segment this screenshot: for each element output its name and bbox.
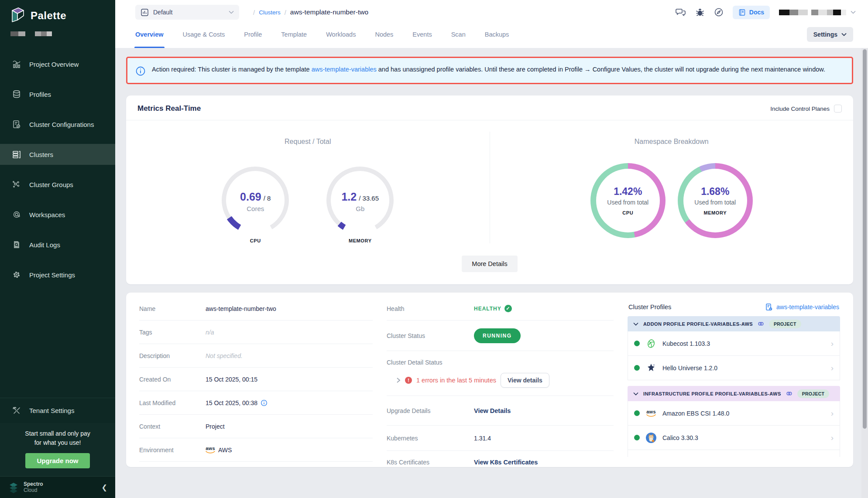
sidebar-item-audit-logs[interactable]: Audit Logs (0, 234, 115, 255)
sidebar-item-label: Tenant Settings (29, 407, 74, 414)
health-row: Health HEALTHY ✓ (387, 297, 614, 321)
spectro-cloud-wordmark: Spectro Cloud (24, 481, 43, 493)
tab-backups[interactable]: Backups (485, 21, 509, 48)
expand-chevron-icon[interactable] (396, 377, 401, 383)
cluster-profiles-title: Cluster Profiles (628, 304, 671, 310)
database-icon (11, 89, 22, 99)
sidebar-item-tenant-settings[interactable]: Tenant Settings (0, 398, 115, 423)
health-status: HEALTHY ✓ (474, 305, 614, 312)
breadcrumb-clusters-link[interactable]: Clusters (259, 9, 281, 16)
sidebar-item-label: Cluster Groups (29, 181, 73, 188)
detail-row-name: Name aws-template-number-two (139, 297, 373, 321)
sidebar-item-label: Workspaces (29, 211, 65, 218)
include-control-planes-checkbox[interactable] (834, 105, 842, 113)
tab-template[interactable]: Template (281, 21, 307, 48)
sidebar-item-workspaces[interactable]: Workspaces (0, 204, 115, 225)
compass-tour-icon[interactable] (714, 7, 724, 17)
infrastructure-profile-group: INFRASTRUCTURE PROFILE PROFILE-VARIABLES… (628, 386, 840, 457)
link-icon (758, 321, 764, 327)
tab-overview[interactable]: Overview (135, 21, 164, 48)
sidebar-item-cluster-configurations[interactable]: Cluster Configurations (0, 114, 115, 135)
tab-profile[interactable]: Profile (244, 21, 262, 48)
sidebar-item-clusters[interactable]: Clusters (0, 144, 115, 165)
alert-text: Action required: This cluster is managed… (152, 65, 825, 75)
profile-item-amazon-ebs-csi[interactable]: aws Amazon EBS CSI 1.48.0 › (628, 401, 840, 426)
memory-unit: Gb (356, 205, 364, 212)
orbit-icon (11, 209, 22, 220)
kubernetes-row: Kubernetes 1.31.4 (387, 426, 614, 451)
page-content: Action required: This cluster is managed… (115, 48, 868, 498)
alert-template-link[interactable]: aws-template-variables (312, 66, 377, 73)
profile-item-calico[interactable]: Calico 3.30.3 › (628, 426, 840, 450)
chevron-right-icon: › (831, 409, 834, 418)
project-selector-dropdown[interactable]: Default (135, 5, 239, 20)
cpu-gauge: 0.69 / 8 Cores CPU (209, 163, 301, 243)
memory-request-value: 1.2 (341, 191, 357, 203)
detail-row-created-on: Created On 15 Oct 2025, 00:15 (139, 368, 373, 391)
upgrade-now-button[interactable]: Upgrade now (25, 453, 89, 468)
tab-nodes[interactable]: Nodes (375, 21, 393, 48)
status-dot-icon (634, 341, 640, 346)
addon-profile-group-header[interactable]: ADDON PROFILE PROFILE-VARIABLES-AWS PROJ… (628, 316, 840, 331)
profile-item-kubecost[interactable]: Kubecost 1.103.3 › (628, 331, 840, 356)
scrollbar-thumb[interactable] (863, 49, 867, 429)
status-dot-icon (634, 410, 640, 416)
aws-icon: aws (206, 446, 215, 454)
cpu-request-value: 0.69 (240, 191, 261, 203)
profile-item-hello-universe[interactable]: Hello Universe 1.2.0 › (628, 356, 840, 380)
tools-icon (11, 406, 22, 416)
tab-scan[interactable]: Scan (451, 21, 466, 48)
main-area: Default / Clusters / aws-template-number… (115, 0, 868, 498)
running-status-badge: RUNNING (474, 328, 521, 343)
feedback-chat-icon[interactable] (676, 7, 686, 17)
infrastructure-profile-group-header[interactable]: INFRASTRUCTURE PROFILE PROFILE-VARIABLES… (628, 386, 840, 401)
chevron-down-icon (841, 33, 847, 36)
status-dot-icon (634, 435, 640, 440)
tab-workloads[interactable]: Workloads (326, 21, 356, 48)
server-stack-icon (11, 149, 22, 160)
bug-report-icon[interactable] (695, 7, 705, 17)
cluster-detail-status-row: Cluster Detail Status ! 1 errors in the … (387, 351, 614, 396)
cluster-profiles-column: Cluster Profiles aws-template-variables (628, 297, 840, 474)
docs-button[interactable]: Docs (733, 6, 770, 19)
bar-chart-icon (11, 59, 22, 69)
chevron-down-icon (229, 10, 234, 14)
sidebar: Palette Project Overview Profiles (0, 0, 115, 498)
tab-events[interactable]: Events (412, 21, 432, 48)
sidebar-item-label: Audit Logs (29, 241, 60, 249)
detail-row-context: Context Project (139, 415, 373, 438)
cpu-unit: Cores (247, 205, 264, 212)
calico-icon (645, 432, 657, 443)
upgrade-view-details-link[interactable]: View Details (474, 407, 614, 414)
template-variables-link[interactable]: aws-template-variables (765, 303, 839, 311)
namespace-memory-percent: 1.68% (701, 186, 729, 198)
sidebar-item-project-settings[interactable]: Project Settings (0, 264, 115, 285)
error-icon: ! (405, 377, 412, 384)
breadcrumb-separator: / (253, 9, 255, 16)
include-control-planes-label: Include Control Planes (770, 106, 830, 112)
detail-row-tags: Tags n/a (139, 321, 373, 344)
sidebar-collapse-icon[interactable]: ❮ (102, 483, 107, 491)
vertical-scrollbar[interactable] (861, 48, 868, 498)
metrics-title: Metrics Real-Time (137, 104, 201, 113)
detail-row-last-modified: Last Modified 15 Oct 2025, 00:38 (139, 391, 373, 415)
view-details-button[interactable]: View details (501, 373, 549, 388)
sidebar-item-profiles[interactable]: Profiles (0, 84, 115, 105)
more-details-button[interactable]: More Details (462, 256, 517, 272)
sidebar-item-cluster-groups[interactable]: Cluster Groups (0, 174, 115, 195)
breadcrumb: / Clusters / aws-template-number-two (253, 8, 368, 16)
kubecost-icon (645, 338, 657, 349)
topbar: Default / Clusters / aws-template-number… (115, 0, 868, 48)
namespace-memory-donut: 1.68% Used from total MEMORY (678, 163, 753, 238)
info-icon[interactable] (261, 399, 268, 406)
sidebar-item-project-overview[interactable]: Project Overview (0, 54, 115, 75)
breadcrumb-current: aws-template-number-two (290, 8, 368, 16)
namespace-breakdown-panel: Namespace Breakdown 1.42% Used from tota… (490, 132, 854, 243)
info-icon (135, 66, 146, 76)
tab-usage-costs[interactable]: Usage & Costs (183, 21, 225, 48)
sidebar-item-label: Project Settings (29, 271, 75, 279)
user-menu[interactable] (779, 10, 856, 15)
settings-button[interactable]: Settings (807, 27, 853, 42)
palette-logo-icon (10, 7, 25, 24)
view-k8s-certificates-link[interactable]: View K8s Certificates (474, 459, 614, 466)
